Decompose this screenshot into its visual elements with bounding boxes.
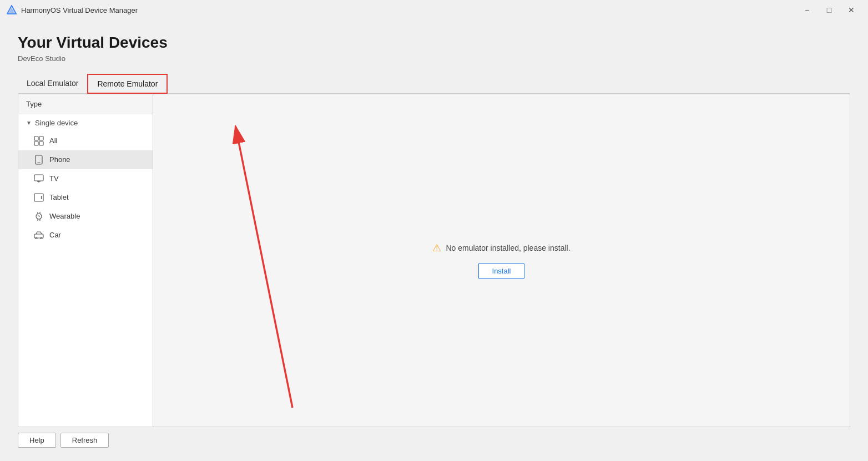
sidebar-item-all[interactable]: All bbox=[18, 131, 153, 150]
tv-icon bbox=[34, 174, 44, 184]
svg-line-24 bbox=[235, 126, 292, 407]
close-button[interactable]: ✕ bbox=[841, 2, 861, 18]
install-button[interactable]: Install bbox=[478, 263, 525, 279]
tab-bar: Local Emulator Remote Emulator bbox=[18, 74, 850, 94]
no-emulator-text: No emulator installed, please install. bbox=[446, 244, 570, 252]
car-icon bbox=[34, 230, 44, 240]
svg-rect-8 bbox=[34, 175, 43, 181]
app-title: HarmonyOS Virtual Device Manager bbox=[21, 6, 138, 14]
sidebar-type-header: Type bbox=[18, 94, 153, 114]
wearable-icon bbox=[34, 211, 44, 221]
sidebar-item-car[interactable]: Car bbox=[18, 226, 153, 245]
sidebar-item-phone-label: Phone bbox=[49, 155, 70, 164]
svg-rect-11 bbox=[34, 194, 43, 201]
sidebar-item-car-label: Car bbox=[49, 231, 61, 239]
sidebar-item-tv-label: TV bbox=[49, 174, 59, 183]
sidebar-item-all-label: All bbox=[49, 136, 57, 145]
help-button[interactable]: Help bbox=[18, 433, 56, 448]
sidebar: Type ▼ Single device All bbox=[18, 94, 153, 427]
sidebar-item-tablet-label: Tablet bbox=[49, 193, 69, 201]
maximize-button[interactable]: □ bbox=[819, 2, 839, 18]
annotation-arrow bbox=[153, 94, 850, 427]
sidebar-item-wearable[interactable]: Wearable bbox=[18, 207, 153, 226]
title-bar-controls: − □ ✕ bbox=[797, 2, 861, 18]
page-subtitle: DevEco Studio bbox=[18, 54, 850, 63]
tablet-icon bbox=[34, 192, 44, 202]
tab-local-emulator[interactable]: Local Emulator bbox=[18, 74, 87, 93]
all-devices-icon bbox=[34, 136, 44, 146]
refresh-button[interactable]: Refresh bbox=[60, 433, 109, 448]
page-title: Your Virtual Devices bbox=[18, 33, 850, 52]
sidebar-section-single-device[interactable]: ▼ Single device bbox=[18, 114, 153, 131]
tab-remote-emulator[interactable]: Remote Emulator bbox=[87, 74, 168, 94]
content-area: ⚠ No emulator installed, please install.… bbox=[153, 94, 850, 427]
phone-icon bbox=[34, 155, 44, 165]
workspace-container: Type ▼ Single device All bbox=[18, 94, 850, 427]
app-logo-icon bbox=[7, 5, 17, 15]
svg-rect-2 bbox=[34, 136, 38, 140]
warning-icon: ⚠ bbox=[432, 242, 441, 254]
main-content: Your Virtual Devices DevEco Studio Local… bbox=[0, 20, 868, 461]
sidebar-item-tv[interactable]: TV bbox=[18, 169, 153, 188]
sidebar-section-label: Single device bbox=[35, 119, 78, 127]
svg-rect-4 bbox=[34, 141, 38, 145]
svg-rect-3 bbox=[39, 136, 43, 140]
sidebar-item-phone[interactable]: Phone bbox=[18, 150, 153, 169]
sidebar-item-tablet[interactable]: Tablet bbox=[18, 188, 153, 207]
footer: Help Refresh bbox=[18, 427, 850, 452]
title-bar-left: HarmonyOS Virtual Device Manager bbox=[7, 5, 138, 15]
sidebar-item-wearable-label: Wearable bbox=[49, 212, 80, 220]
no-emulator-message: ⚠ No emulator installed, please install. bbox=[432, 242, 570, 254]
svg-rect-5 bbox=[39, 141, 43, 145]
minimize-button[interactable]: − bbox=[797, 2, 817, 18]
title-bar: HarmonyOS Virtual Device Manager − □ ✕ bbox=[0, 0, 868, 20]
workspace: Type ▼ Single device All bbox=[18, 94, 850, 427]
chevron-down-icon: ▼ bbox=[26, 120, 32, 126]
